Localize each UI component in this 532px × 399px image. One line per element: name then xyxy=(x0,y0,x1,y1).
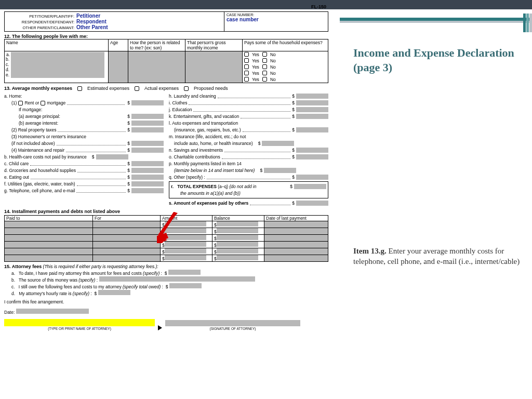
checkbox[interactable] xyxy=(262,52,267,57)
s12-col-rel: How the person is related to me? (ex: so… xyxy=(128,39,185,51)
amount-field[interactable] xyxy=(264,168,296,173)
s14-title: 14. Installment payments and debts not l… xyxy=(4,209,328,214)
respondent-value: Respondent xyxy=(76,19,107,24)
instruction-panel: Income and Expense Declaration (page 3) … xyxy=(332,9,532,335)
s12-col-age: Age xyxy=(109,39,128,51)
amount-field[interactable] xyxy=(131,181,164,187)
other-parent-label: OTHER PARENT/CLAIMANT: xyxy=(7,25,74,30)
amount-field[interactable] xyxy=(131,148,164,153)
case-number-value: case number xyxy=(227,17,326,22)
amount-field[interactable] xyxy=(131,188,164,193)
case-number-label: CASE NUMBER: xyxy=(227,13,326,17)
amount-field[interactable] xyxy=(296,175,328,180)
checkbox[interactable] xyxy=(244,77,249,82)
accent-bars xyxy=(523,14,532,33)
amount-field[interactable] xyxy=(296,127,328,132)
amount-field[interactable] xyxy=(131,161,164,166)
s12-col-pays: Pays some of the household expenses? xyxy=(243,39,328,51)
checkbox-proposed[interactable] xyxy=(184,86,189,91)
amount-field[interactable] xyxy=(131,114,164,119)
amount-field[interactable] xyxy=(296,114,328,119)
amount-field[interactable] xyxy=(131,127,164,132)
case-header: PETITIONER/PLAINTIFF:Petitioner RESPONDE… xyxy=(4,11,328,32)
amount-field[interactable] xyxy=(296,201,328,206)
checkbox-rent[interactable] xyxy=(18,101,23,105)
s12-col-inc: That person's gross monthly income xyxy=(185,39,243,51)
checkbox[interactable] xyxy=(244,52,249,57)
s12-title: 12. The following people live with me: xyxy=(4,34,328,39)
amount-field[interactable] xyxy=(296,148,328,153)
respondent-label: RESPONDENT/DEFENDANT: xyxy=(7,20,74,24)
checkbox-mortgage[interactable] xyxy=(41,101,45,105)
checkbox-estimated[interactable] xyxy=(77,86,82,91)
s12-col-name: Name xyxy=(5,39,109,51)
instruction-text: Item 13.g. Enter your average monthly co… xyxy=(353,246,522,267)
window-topbar xyxy=(0,0,532,9)
date-field[interactable] xyxy=(16,309,89,314)
amount-field[interactable] xyxy=(131,100,164,105)
amount-field[interactable] xyxy=(169,283,202,288)
page-title: Income and Expense Declaration (page 3) xyxy=(353,46,522,74)
checkbox-actual[interactable] xyxy=(135,86,139,91)
petitioner-label: PETITIONER/PLAINTIFF: xyxy=(7,14,74,19)
form-panel: FL-150 PETITIONER/PLAINTIFF:Petitioner R… xyxy=(0,9,332,335)
triangle-icon xyxy=(158,325,162,330)
s13-title: 13. Average monthly expenses xyxy=(4,86,72,91)
checkbox[interactable] xyxy=(262,77,267,82)
amount-field[interactable] xyxy=(262,141,294,146)
amount-field[interactable] xyxy=(296,154,328,159)
amount-field[interactable] xyxy=(96,154,128,159)
amount-field[interactable] xyxy=(131,121,164,126)
accent-band xyxy=(340,18,532,23)
text-field[interactable] xyxy=(99,276,255,282)
other-parent-value: Other Parent xyxy=(76,24,108,30)
amount-field[interactable] xyxy=(296,107,328,112)
attorney-name-field[interactable] xyxy=(4,319,155,326)
amount-field[interactable] xyxy=(98,290,130,295)
petitioner-value: Petitioner xyxy=(76,13,100,19)
amount-field[interactable] xyxy=(294,184,326,189)
amount-field[interactable] xyxy=(296,100,328,105)
amount-field[interactable] xyxy=(131,175,164,180)
amount-field[interactable] xyxy=(296,94,328,99)
signature-caption: (SIGNATURE OF ATTORNEY) xyxy=(165,327,300,330)
attorney-name-caption: (TYPE OR PRINT NAME OF ATTORNEY) xyxy=(4,327,155,330)
confirm-text: I confirm this fee arrangement. xyxy=(4,299,328,304)
form-number: FL-150 xyxy=(311,4,326,9)
amount-field[interactable] xyxy=(168,270,201,275)
amount-field[interactable] xyxy=(131,168,164,173)
s14-table: Paid toForAmountBalanceDate of last paym… xyxy=(4,215,328,262)
amount-field[interactable] xyxy=(131,141,164,146)
signature-field[interactable] xyxy=(165,320,300,326)
